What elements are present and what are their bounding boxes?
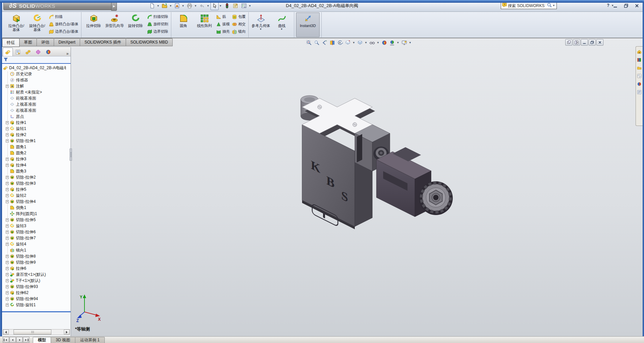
hide-show-button[interactable]	[369, 39, 376, 46]
expand-icon[interactable]: +	[6, 194, 9, 197]
new-document-caret-icon[interactable]: ▼	[157, 4, 159, 7]
minimize-doc-button[interactable]	[581, 39, 588, 46]
expand-icon[interactable]: +	[6, 255, 9, 258]
tree-item[interactable]: 镜向1	[2, 247, 71, 253]
curves-caret-icon[interactable]: ▼	[280, 28, 283, 31]
tree-item[interactable]: +拉伸5	[2, 186, 71, 192]
tree-item[interactable]: +切除-拉伸3	[2, 180, 71, 186]
tree-item[interactable]: +切除-拉伸5	[2, 217, 71, 223]
ref-geometry-button[interactable]: 参考几何体▼	[250, 12, 271, 37]
tree-item[interactable]: +拉伸3	[2, 156, 71, 162]
tree-item[interactable]: +拉伸4	[2, 162, 71, 168]
tree-item[interactable]: 圆角3	[2, 168, 71, 174]
expand-icon[interactable]: +	[6, 267, 9, 270]
expand-icon[interactable]: +	[6, 127, 9, 130]
mirror-button[interactable]: 镜向	[231, 28, 247, 35]
tree-item[interactable]: +康百世<1>(默认)	[2, 271, 71, 278]
scroll-thumb[interactable]	[14, 329, 51, 335]
tree-item[interactable]: 材质 <未指定>	[2, 89, 71, 95]
sweep-button[interactable]: 扫描	[48, 13, 79, 20]
sweep-cut-button[interactable]: 扫描切除	[146, 13, 169, 20]
tree-item[interactable]: 倒角1	[2, 205, 71, 211]
expand-icon[interactable]: +	[6, 182, 9, 185]
menu-flyout-arrow[interactable]: ▶	[111, 1, 117, 11]
nav-next-button[interactable]	[16, 337, 23, 343]
section-view-button[interactable]	[329, 39, 336, 46]
tree-item[interactable]: 上视基准面	[2, 101, 71, 107]
tree-item[interactable]: +切除-拉伸9	[2, 259, 71, 265]
view-orientation-caret-icon[interactable]: ▼	[352, 41, 355, 44]
expand-icon[interactable]: +	[6, 158, 9, 161]
edit-appearance-button[interactable]	[381, 39, 388, 46]
search-caret-icon[interactable]: ▼	[552, 4, 555, 7]
tab-特征[interactable]: 特征	[2, 38, 20, 47]
apply-scene-button[interactable]	[389, 39, 396, 46]
expand-icon[interactable]: +	[6, 188, 9, 191]
panel-tab-featuremanager[interactable]	[3, 48, 13, 56]
revolve-cut-button[interactable]: 旋转切除	[125, 12, 146, 37]
tree-item[interactable]: +切除-拉伸4	[2, 199, 71, 205]
hole-wizard-button[interactable]: 异型孔向导	[104, 12, 125, 37]
tree-item[interactable]: +拉伸6	[2, 265, 71, 271]
doc-tab-3d-views[interactable]: 3D 视图	[51, 337, 75, 343]
zoom-fit-button[interactable]	[305, 39, 313, 46]
expand-icon[interactable]: +	[6, 231, 9, 234]
tree-item[interactable]: 圆角2	[2, 150, 71, 156]
draft-button[interactable]: 拔模	[215, 21, 231, 28]
restore-doc-button[interactable]	[589, 39, 596, 46]
tree-item[interactable]: 历史记录	[2, 71, 71, 77]
nav-last-button[interactable]	[23, 337, 29, 343]
expand-icon[interactable]: +	[6, 273, 9, 276]
file-explorer-button[interactable]	[637, 65, 642, 71]
nav-first-button[interactable]	[3, 337, 9, 343]
tree-item[interactable]: +切除-拉伸8	[2, 253, 71, 259]
make-drawing-caret-icon[interactable]: ▼	[182, 4, 184, 7]
expand-icon[interactable]: +	[6, 121, 9, 124]
model-3d-view[interactable]: K B S	[280, 87, 455, 297]
panel-tab-dimxpertmanager[interactable]	[33, 48, 43, 56]
expand-icon[interactable]: +	[6, 200, 9, 203]
display-style-button[interactable]	[356, 39, 364, 46]
tab-草图[interactable]: 草图	[19, 38, 37, 46]
zoom-area-button[interactable]	[313, 39, 320, 46]
hide-show-caret-icon[interactable]: ▼	[377, 41, 379, 44]
expand-icon[interactable]: +	[6, 133, 9, 136]
tree-root-item[interactable]: D4_02_2B-AD4_02_2B-A电磁单向阀	[2, 65, 71, 71]
expand-icon[interactable]: +	[6, 291, 9, 294]
expand-icon[interactable]: +	[6, 237, 9, 240]
doc-tab-model[interactable]: 模型	[33, 337, 51, 343]
open-caret-icon[interactable]: ▼	[169, 4, 172, 7]
graphics-area[interactable]: A▼▼▼▼▼	[71, 38, 643, 336]
tree-item[interactable]: +旋转1	[2, 126, 71, 132]
panel-tab-displaymanager[interactable]	[43, 48, 53, 56]
tree-item[interactable]: +切除-旋转1	[2, 302, 71, 308]
close-button[interactable]	[633, 2, 641, 9]
restore-button[interactable]	[622, 2, 630, 9]
view-orientation-button[interactable]	[344, 39, 351, 46]
view-settings-caret-icon[interactable]: ▼	[409, 41, 412, 44]
fillet-button[interactable]: 圆角	[173, 12, 194, 37]
tab-评估[interactable]: 评估	[36, 38, 54, 46]
expand-icon[interactable]: +	[6, 243, 9, 246]
tree-item[interactable]: +拉伸2	[2, 132, 71, 138]
linear-pattern-button[interactable]: 线性阵列	[194, 12, 215, 37]
tree-item[interactable]: +旋转3	[2, 223, 71, 229]
tab-SOLIDWORKS MBD[interactable]: SOLIDWORKS MBD	[126, 38, 173, 46]
nav-prev-button[interactable]	[9, 337, 16, 343]
3d-drawing-view-button[interactable]: A	[337, 39, 344, 46]
tree-item[interactable]: +T子<1>(默认)	[2, 278, 71, 284]
cascade-button[interactable]	[565, 39, 572, 46]
boundary-cut-button[interactable]: 边界切除	[146, 28, 169, 35]
curves-button[interactable]: 曲线▼	[271, 12, 292, 37]
panel-tab-configurationmanager[interactable]	[23, 48, 33, 56]
tree-item[interactable]: 传感器	[2, 77, 71, 83]
expand-icon[interactable]: +	[6, 261, 9, 264]
expand-icon[interactable]: +	[6, 176, 9, 179]
expand-icon[interactable]: +	[6, 225, 9, 228]
revolve-boss-button[interactable]: 旋转凸台/基体	[27, 12, 48, 37]
boundary-button[interactable]: 边界凸台/基体	[48, 28, 79, 35]
search-icon[interactable]	[547, 2, 552, 9]
tab-SOLIDWORKS 插件[interactable]: SOLIDWORKS 插件	[80, 38, 126, 46]
ref-geometry-caret-icon[interactable]: ▼	[259, 28, 262, 31]
tree-item[interactable]: 右视基准面	[2, 107, 71, 113]
